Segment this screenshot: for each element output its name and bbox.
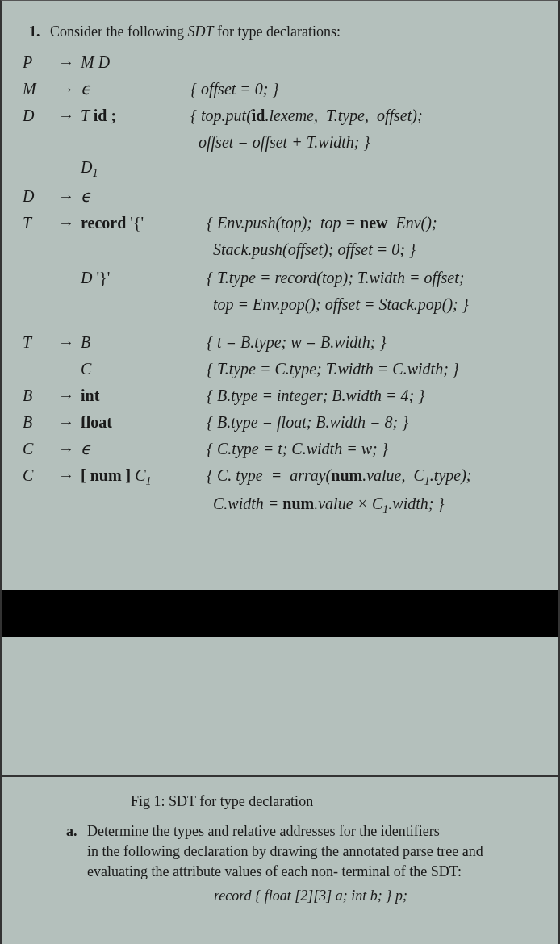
production-C-array: C → [ num ] C1 { C. type = array(num.val… [23, 463, 541, 491]
rhs: float [81, 410, 202, 435]
grammar-block: P → M D M → ϵ { offset = 0; } D → T id ;… [19, 50, 541, 519]
content-area: 1. Consider the following SDT for type d… [2, 1, 558, 519]
sub-question-line2: in the following declaration by drawing … [87, 842, 534, 862]
production-B-int: B → int { B.type = integer; B.width = 4;… [23, 383, 541, 408]
lhs: D [23, 184, 52, 209]
semantic-action: { T.type = record(top); T.width = offset… [202, 265, 541, 290]
arrow: → [52, 211, 81, 236]
semantic-action: { T.type = C.type; T.width = C.width; } [202, 357, 541, 382]
rhs: D1 [81, 155, 186, 182]
rhs: int [81, 383, 202, 408]
rhs: ϵ [81, 436, 202, 462]
question-number: 1. [29, 23, 40, 40]
bottom-section: Fig 1: SDT for type declaration a. Deter… [2, 775, 558, 906]
production-T-record-body: D '}' { T.type = record(top); T.width = … [23, 265, 541, 290]
figure-caption: Fig 1: SDT for type declaration [98, 793, 534, 810]
document-page: 1. Consider the following SDT for type d… [0, 0, 560, 944]
arrow: → [52, 184, 81, 209]
rhs: C [81, 357, 202, 382]
sub-question-code: record { float [2][3] a; int b; } p; [87, 886, 534, 906]
lhs: B [23, 383, 52, 408]
sub-question-a: a. Determine the types and relative addr… [26, 821, 534, 906]
question-text-after: for type declarations: [214, 23, 341, 40]
lhs: D [23, 103, 52, 128]
sdt-term: SDT [187, 23, 213, 40]
rhs: ϵ [81, 184, 186, 209]
arrow: → [52, 410, 81, 435]
semantic-action-cont: offset = offset + T.width; } [23, 130, 541, 155]
lhs: M [23, 77, 52, 102]
semantic-action: { C. type = array(num.value, C1.type); [202, 463, 541, 491]
lhs: T [23, 330, 52, 355]
semantic-action: { Env.push(top); top = new Env(); [202, 211, 541, 236]
production-M: M → ϵ { offset = 0; } [23, 77, 541, 102]
arrow: → [52, 103, 81, 128]
production-T-record: T → record '{' { Env.push(top); top = ne… [23, 211, 541, 236]
sub-question-body: Determine the types and relative address… [87, 821, 534, 906]
rhs: M D [81, 50, 186, 75]
rhs: B [81, 330, 202, 355]
lhs: P [23, 50, 52, 75]
production-P: P → M D [23, 50, 541, 75]
semantic-action-cont: Stack.push(offset); offset = 0; } [23, 237, 541, 262]
production-T-B: T → B { t = B.type; w = B.width; } [23, 330, 541, 355]
arrow: → [52, 77, 81, 102]
sub-question-letter: a. [66, 821, 87, 906]
lhs: B [23, 410, 52, 435]
question-text-before: Consider the following [50, 23, 187, 40]
arrow: → [52, 50, 81, 75]
production-T-C: C { T.type = C.type; T.width = C.width; … [23, 357, 541, 382]
semantic-action: { t = B.type; w = B.width; } [202, 330, 541, 355]
production-B-float: B → float { B.type = float; B.width = 8;… [23, 410, 541, 435]
sub-question-line1: Determine the types and relative address… [87, 821, 534, 842]
production-C-eps: C → ϵ { C.type = t; C.width = w; } [23, 436, 541, 462]
question-header: 1. Consider the following SDT for type d… [19, 23, 541, 40]
semantic-action-cont: top = Env.pop(); offset = Stack.pop(); } [23, 292, 541, 317]
arrow: → [52, 330, 81, 355]
rhs: D '}' [81, 265, 202, 290]
arrow: → [52, 383, 81, 408]
production-D-D1: D1 [23, 155, 541, 182]
rhs: record '{' [81, 211, 202, 236]
lhs: C [23, 436, 52, 462]
rhs: [ num ] C1 [81, 463, 202, 491]
production-D-Tid: D → T id ; { top.put(id.lexeme, T.type, … [23, 103, 541, 128]
rhs: T id ; [81, 103, 186, 128]
arrow: → [52, 463, 81, 488]
arrow: → [52, 436, 81, 462]
semantic-action: { B.type = float; B.width = 8; } [202, 410, 541, 435]
semantic-action: { C.type = t; C.width = w; } [202, 436, 541, 462]
semantic-action: { top.put(id.lexeme, T.type, offset); [186, 103, 541, 128]
production-D-eps: D → ϵ [23, 184, 541, 209]
black-divider-bar [2, 590, 558, 637]
lhs: C [23, 463, 52, 488]
semantic-action-cont: C.width = num.value × C1.width; } [23, 491, 541, 519]
sub-question-line3: evaluating the attribute values of each … [87, 862, 534, 882]
rhs: ϵ [81, 77, 186, 102]
lhs: T [23, 211, 52, 236]
semantic-action: { offset = 0; } [186, 77, 541, 102]
semantic-action: { B.type = integer; B.width = 4; } [202, 383, 541, 408]
